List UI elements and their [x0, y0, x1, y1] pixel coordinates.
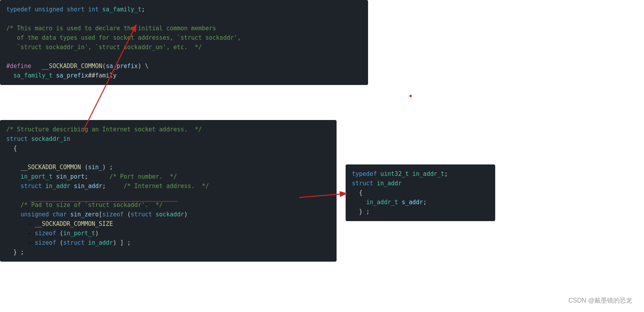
- watermark: CSDN @戴墨镜的恐龙: [568, 297, 632, 305]
- code-content-bottom-left: /* Structure describing an Internet sock…: [6, 125, 330, 257]
- code-block-right: typedef uint32_t in_addr_t; struct in_ad…: [346, 164, 495, 221]
- code-content-top-left: typedef unsigned short int sa_family_t; …: [6, 5, 362, 80]
- code-block-bottom-left: /* Structure describing an Internet sock…: [0, 120, 337, 262]
- code-content-right: typedef uint32_t in_addr_t; struct in_ad…: [352, 169, 489, 216]
- code-block-top-left: typedef unsigned short int sa_family_t; …: [0, 0, 368, 85]
- red-dot: [409, 95, 412, 97]
